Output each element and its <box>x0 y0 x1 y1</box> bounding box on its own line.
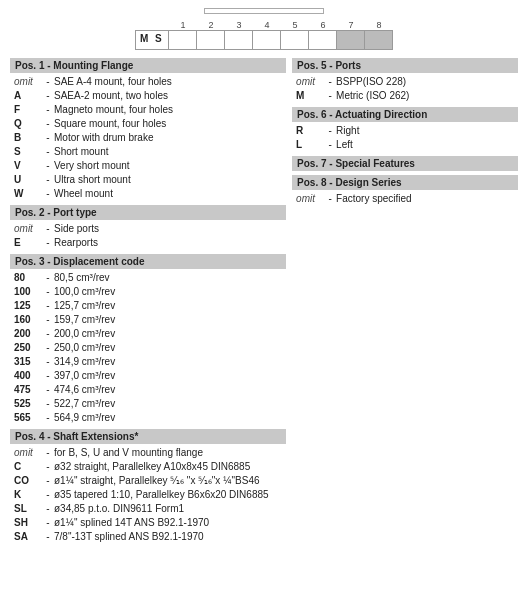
table-row: F-Magneto mount, four holes <box>14 103 282 117</box>
row-key: omit <box>296 75 324 89</box>
row-key: B <box>14 131 42 145</box>
row-dash: - <box>42 341 54 355</box>
row-dash: - <box>42 502 54 516</box>
pos-box-2 <box>197 30 225 50</box>
row-desc: Factory specified <box>336 192 514 206</box>
row-key: S <box>14 145 42 159</box>
row-desc: Motor with drum brake <box>54 131 282 145</box>
row-dash: - <box>324 124 336 138</box>
row-dash: - <box>42 369 54 383</box>
row-dash: - <box>42 103 54 117</box>
row-key: SH <box>14 516 42 530</box>
section-header-pos6: Pos. 6 - Actuating Direction <box>292 107 518 122</box>
row-dash: - <box>42 397 54 411</box>
table-row: 160-159,7 cm³/rev <box>14 313 282 327</box>
row-desc: Metric (ISO 262) <box>336 89 514 103</box>
row-desc: ø32 straight, Parallelkey A10x8x45 DIN68… <box>54 460 282 474</box>
table-row: omit-Side ports <box>14 222 282 236</box>
page: 12345678 M S Pos. 1 - Mounting Flangeomi… <box>0 0 528 556</box>
row-desc: 564,9 cm³/rev <box>54 411 282 425</box>
row-key: M <box>296 89 324 103</box>
main-content: Pos. 1 - Mounting Flangeomit-SAE A-4 mou… <box>10 58 518 548</box>
row-dash: - <box>42 460 54 474</box>
row-desc: Rearports <box>54 236 282 250</box>
row-key: V <box>14 159 42 173</box>
table-row: A-SAEA-2 mount, two holes <box>14 89 282 103</box>
row-dash: - <box>42 187 54 201</box>
section-header-pos3: Pos. 3 - Displacement code <box>10 254 286 269</box>
row-dash: - <box>42 173 54 187</box>
pos-box-5 <box>281 30 309 50</box>
row-dash: - <box>42 299 54 313</box>
pos-label: M S <box>135 30 169 50</box>
table-row: omit-SAE A-4 mount, four holes <box>14 75 282 89</box>
row-key: 315 <box>14 355 42 369</box>
row-key: omit <box>14 222 42 236</box>
row-dash: - <box>42 222 54 236</box>
row-key: F <box>14 103 42 117</box>
row-key: K <box>14 488 42 502</box>
table-row: 125-125,7 cm³/rev <box>14 299 282 313</box>
table-row: 250-250,0 cm³/rev <box>14 341 282 355</box>
table-row: 565-564,9 cm³/rev <box>14 411 282 425</box>
row-key: omit <box>296 192 324 206</box>
pos-box-8 <box>365 30 393 50</box>
table-row: SA-7/8"-13T splined ANS B92.1-1970 <box>14 530 282 544</box>
section-rows-pos1: omit-SAE A-4 mount, four holesA-SAEA-2 m… <box>10 75 286 201</box>
row-dash: - <box>42 271 54 285</box>
section-header-pos4: Pos. 4 - Shaft Extensions* <box>10 429 286 444</box>
row-key: 400 <box>14 369 42 383</box>
pos-number-6: 6 <box>309 20 337 30</box>
row-key: 475 <box>14 383 42 397</box>
section-pos5: Pos. 5 - Portsomit-BSPP(ISO 228)M-Metric… <box>292 58 518 103</box>
row-key: omit <box>14 446 42 460</box>
row-desc: ø35 tapered 1:10, Parallelkey B6x6x20 DI… <box>54 488 282 502</box>
table-row: SL-ø34,85 p.t.o. DIN9611 Form1 <box>14 502 282 516</box>
row-dash: - <box>42 516 54 530</box>
row-desc: BSPP(ISO 228) <box>336 75 514 89</box>
table-row: E-Rearports <box>14 236 282 250</box>
order-code-title <box>204 8 324 14</box>
table-row: R-Right <box>296 124 514 138</box>
row-desc: 7/8"-13T splined ANS B92.1-1970 <box>54 530 282 544</box>
row-dash: - <box>324 89 336 103</box>
section-header-pos5: Pos. 5 - Ports <box>292 58 518 73</box>
table-row: omit-for B, S, U and V mounting flange <box>14 446 282 460</box>
table-row: L-Left <box>296 138 514 152</box>
row-desc: SAE A-4 mount, four holes <box>54 75 282 89</box>
section-rows-pos5: omit-BSPP(ISO 228)M-Metric (ISO 262) <box>292 75 518 103</box>
row-dash: - <box>42 75 54 89</box>
row-desc: Left <box>336 138 514 152</box>
row-dash: - <box>324 192 336 206</box>
row-desc: Ultra short mount <box>54 173 282 187</box>
row-desc: 125,7 cm³/rev <box>54 299 282 313</box>
row-desc: Short mount <box>54 145 282 159</box>
row-desc: Right <box>336 124 514 138</box>
row-dash: - <box>42 446 54 460</box>
row-key: W <box>14 187 42 201</box>
row-desc: SAEA-2 mount, two holes <box>54 89 282 103</box>
section-header-pos7: Pos. 7 - Special Features <box>292 156 518 171</box>
row-key: R <box>296 124 324 138</box>
pos-number-8: 8 <box>365 20 393 30</box>
pos-box-1 <box>169 30 197 50</box>
row-desc: 474,6 cm³/rev <box>54 383 282 397</box>
pos-number-7: 7 <box>337 20 365 30</box>
row-desc: 314,9 cm³/rev <box>54 355 282 369</box>
row-desc: Wheel mount <box>54 187 282 201</box>
table-row: 400-397,0 cm³/rev <box>14 369 282 383</box>
table-row: B-Motor with drum brake <box>14 131 282 145</box>
table-row: V-Very short mount <box>14 159 282 173</box>
row-desc: 250,0 cm³/rev <box>54 341 282 355</box>
section-header-pos8: Pos. 8 - Design Series <box>292 175 518 190</box>
row-key: 250 <box>14 341 42 355</box>
section-pos4: Pos. 4 - Shaft Extensions*omit-for B, S,… <box>10 429 286 544</box>
section-header-pos1: Pos. 1 - Mounting Flange <box>10 58 286 73</box>
row-desc: 159,7 cm³/rev <box>54 313 282 327</box>
section-pos2: Pos. 2 - Port typeomit-Side portsE-Rearp… <box>10 205 286 250</box>
row-dash: - <box>42 327 54 341</box>
pos-box-3 <box>225 30 253 50</box>
row-dash: - <box>42 159 54 173</box>
section-header-pos2: Pos. 2 - Port type <box>10 205 286 220</box>
right-column: Pos. 5 - Portsomit-BSPP(ISO 228)M-Metric… <box>292 58 518 548</box>
